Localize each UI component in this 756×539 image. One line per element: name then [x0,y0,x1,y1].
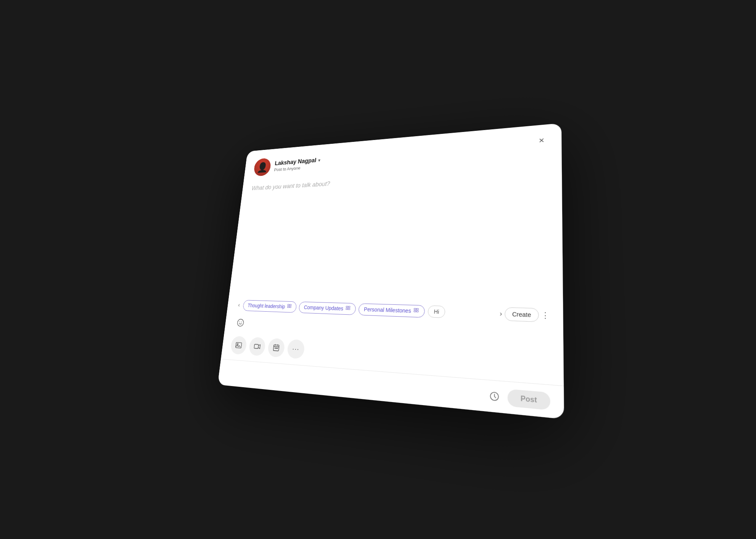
svg-rect-1 [290,304,291,305]
svg-rect-0 [288,304,289,305]
tag-repost-icon-0 [287,303,292,310]
video-button[interactable] [248,337,266,356]
svg-point-14 [241,322,242,322]
svg-rect-11 [416,310,418,312]
tag-chip-thought-leadership[interactable]: Thought leadership [243,299,297,312]
svg-rect-17 [254,344,259,348]
tag-chip-company-updates[interactable]: Company Updates [298,301,356,315]
svg-rect-5 [348,306,350,307]
tag-chip-hi[interactable]: Hi [428,305,446,318]
tag-label-thought-leadership: Thought leadership [248,302,285,309]
svg-line-19 [273,346,279,347]
svg-rect-9 [417,308,418,309]
chevron-down-icon[interactable]: ▾ [318,157,321,163]
scene: Lakshay Nagpal ▾ Post to Anyone × What d… [206,136,550,403]
avatar [253,158,272,176]
post-button[interactable]: Post [508,389,550,410]
emoji-button[interactable] [234,316,246,329]
avatar-image [253,158,272,176]
tag-repost-icon-2 [413,307,419,314]
svg-rect-23 [276,348,277,349]
svg-rect-10 [414,310,416,312]
schedule-icon[interactable] [487,388,502,405]
nav-arrow-left-icon[interactable]: ‹ [234,300,244,310]
svg-rect-4 [346,306,348,307]
user-info: Lakshay Nagpal ▾ Post to Anyone [274,156,321,172]
svg-rect-6 [346,308,348,309]
svg-rect-22 [275,348,276,349]
tag-label-company-updates: Company Updates [304,304,344,311]
more-toolbar-icon: ··· [292,345,299,353]
image-button[interactable] [230,336,248,355]
svg-point-12 [237,319,244,326]
svg-rect-7 [348,308,350,309]
svg-rect-3 [290,306,291,307]
svg-point-16 [237,343,238,345]
create-post-dialog: Lakshay Nagpal ▾ Post to Anyone × What d… [217,123,564,419]
tag-label-hi: Hi [434,308,439,315]
calendar-button[interactable] [267,338,285,357]
more-options-icon[interactable]: ⋮ [539,309,552,322]
more-toolbar-button[interactable]: ··· [287,339,305,359]
svg-rect-8 [414,308,416,309]
dialog-wrapper: Lakshay Nagpal ▾ Post to Anyone × What d… [217,123,564,419]
nav-arrow-right-icon[interactable]: › [500,310,502,317]
post-content-area[interactable]: What do you want to talk about? [229,161,563,304]
svg-rect-2 [287,306,289,307]
create-chip[interactable]: Create [505,307,539,322]
create-label: Create [512,311,531,318]
tag-repost-icon-1 [345,305,351,312]
tag-chip-personal-milestones[interactable]: Personal Milestones [358,303,425,317]
svg-point-13 [239,322,240,322]
svg-rect-24 [277,348,278,349]
svg-rect-15 [236,342,242,348]
close-button[interactable]: × [534,133,550,148]
tag-label-personal-milestones: Personal Milestones [364,306,411,314]
